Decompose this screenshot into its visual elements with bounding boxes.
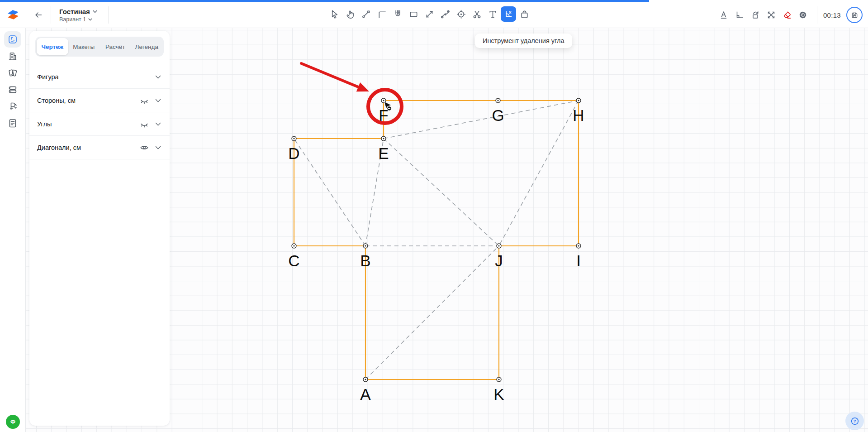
rectangle-tool[interactable] bbox=[406, 6, 421, 22]
settings-button[interactable] bbox=[796, 8, 810, 22]
document-icon bbox=[7, 118, 18, 129]
app-logo[interactable] bbox=[0, 9, 26, 21]
eye-closed-icon[interactable] bbox=[140, 96, 149, 105]
rectangle-icon bbox=[408, 9, 419, 19]
gear-icon bbox=[798, 10, 808, 20]
back-arrow-icon bbox=[33, 10, 43, 20]
project-title: Гостиная bbox=[59, 8, 90, 15]
floppy-icon bbox=[850, 11, 859, 19]
cut-tool[interactable] bbox=[469, 6, 484, 22]
ruble-icon bbox=[7, 101, 18, 112]
sidebar-item-notes[interactable] bbox=[4, 115, 21, 131]
section-label: Диагонали, см bbox=[37, 144, 81, 151]
chevron-down-icon bbox=[88, 18, 92, 21]
right-toolbar: 00:13 bbox=[716, 2, 863, 28]
sidebar-item-pricing[interactable] bbox=[4, 98, 21, 115]
properties-panel: Чертеж Макеты Расчёт Легенда Фигура Стор… bbox=[29, 31, 170, 426]
project-title-dropdown[interactable]: Гостиная bbox=[59, 8, 97, 15]
dimension-tool[interactable] bbox=[422, 6, 437, 22]
pan-tool[interactable] bbox=[342, 6, 358, 22]
section-label: Фигура bbox=[37, 73, 59, 81]
tooltip-text: Инструмент удаления угла bbox=[483, 37, 564, 44]
variant-dropdown[interactable]: Вариант 1 bbox=[59, 16, 97, 23]
hand-icon bbox=[345, 9, 356, 19]
target-tool[interactable] bbox=[453, 6, 469, 22]
chevron-down-icon[interactable] bbox=[155, 122, 161, 126]
rotate-icon bbox=[750, 10, 760, 20]
section-ugly[interactable]: Углы bbox=[29, 112, 170, 136]
angle-ruler-button[interactable] bbox=[732, 8, 747, 22]
svg-text:?: ? bbox=[854, 418, 856, 423]
corner-tool[interactable] bbox=[374, 6, 389, 22]
variant-label: Вариант 1 bbox=[59, 16, 86, 23]
text-tool[interactable] bbox=[485, 6, 500, 22]
materials-tool[interactable] bbox=[517, 6, 532, 22]
cursor-icon bbox=[329, 9, 340, 19]
chevron-down-icon bbox=[93, 10, 97, 13]
curve-nodes-icon bbox=[440, 9, 451, 19]
section-figura[interactable]: Фигура bbox=[29, 65, 170, 89]
tab-raschet[interactable]: Расчёт bbox=[100, 38, 131, 55]
capsules-icon bbox=[7, 84, 18, 95]
target-icon bbox=[456, 9, 466, 19]
swatches-icon bbox=[7, 67, 18, 78]
diagonal-arrow-icon bbox=[424, 9, 435, 19]
chevron-down-icon[interactable] bbox=[155, 75, 161, 79]
rotate-button[interactable] bbox=[748, 8, 763, 22]
divider bbox=[108, 6, 109, 24]
plan-icon bbox=[7, 34, 18, 45]
section-storony[interactable]: Стороны, см bbox=[29, 89, 170, 112]
tab-makety[interactable]: Макеты bbox=[68, 38, 100, 55]
tab-legenda[interactable]: Легенда bbox=[131, 38, 163, 55]
eraser-icon bbox=[782, 10, 792, 20]
chevron-down-icon[interactable] bbox=[155, 98, 161, 103]
magnet-icon bbox=[393, 9, 403, 19]
loading-bar bbox=[0, 0, 649, 2]
feedback-fab[interactable]: Ф bbox=[6, 415, 20, 429]
eraser-button[interactable] bbox=[780, 8, 794, 22]
sidebar-item-layers[interactable] bbox=[4, 82, 21, 98]
eye-closed-icon[interactable] bbox=[140, 120, 149, 128]
session-timer: 00:13 bbox=[823, 11, 841, 19]
segment-nodes-icon bbox=[361, 9, 371, 19]
polyline-tool[interactable] bbox=[358, 6, 374, 22]
remove-corner-tool[interactable] bbox=[501, 6, 516, 22]
top-bar: Гостиная Вариант 1 bbox=[0, 0, 868, 28]
logo-icon bbox=[6, 9, 20, 21]
text-icon bbox=[488, 9, 498, 19]
main-toolbar bbox=[327, 6, 532, 22]
font-icon bbox=[719, 10, 729, 20]
tab-chertezh[interactable]: Чертеж bbox=[37, 38, 68, 55]
bag-icon bbox=[519, 9, 530, 19]
back-button[interactable] bbox=[26, 5, 51, 25]
corner-icon bbox=[377, 9, 387, 19]
angle-ruler-icon bbox=[735, 10, 745, 20]
building-icon bbox=[7, 51, 18, 62]
fit-screen-button[interactable] bbox=[764, 8, 778, 22]
sidebar-item-building[interactable] bbox=[4, 48, 21, 64]
sidebar-item-materials[interactable] bbox=[4, 65, 21, 81]
panel-tabs: Чертеж Макеты Расчёт Легенда bbox=[35, 37, 164, 57]
help-button[interactable]: ? bbox=[845, 412, 864, 430]
magnet-tool[interactable] bbox=[390, 6, 405, 22]
chevron-down-icon[interactable] bbox=[155, 145, 161, 150]
section-diagonali[interactable]: Диагонали, см bbox=[29, 136, 170, 159]
eye-open-icon[interactable] bbox=[140, 144, 149, 152]
left-sidebar: Ф bbox=[0, 28, 26, 432]
arc-tool[interactable] bbox=[437, 6, 453, 22]
question-icon: ? bbox=[850, 416, 860, 426]
section-label: Стороны, см bbox=[37, 97, 76, 104]
scissors-icon bbox=[472, 9, 482, 19]
tool-tooltip: Инструмент удаления угла bbox=[475, 34, 572, 48]
sidebar-item-drawing-plan[interactable] bbox=[4, 31, 21, 48]
font-settings-button[interactable] bbox=[716, 8, 731, 22]
save-button[interactable] bbox=[846, 7, 863, 23]
divider bbox=[817, 6, 817, 24]
section-label: Углы bbox=[37, 120, 52, 128]
select-tool[interactable] bbox=[327, 6, 342, 22]
angle-remove-icon bbox=[503, 9, 514, 19]
expand-icon bbox=[766, 10, 776, 20]
